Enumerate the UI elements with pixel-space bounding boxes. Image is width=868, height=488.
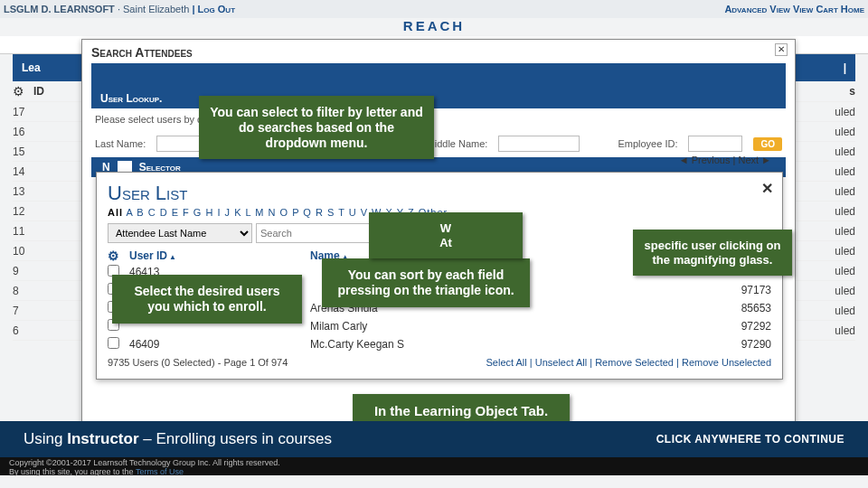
gear-icon[interactable]: ⚙: [13, 84, 24, 99]
go-button[interactable]: GO: [753, 137, 782, 151]
search-field-select[interactable]: Attendee Last Name: [108, 223, 252, 243]
foot-count: 9735 Users (0 Selected) - Page 1 Of 974: [108, 357, 288, 368]
click-continue[interactable]: CLICK ANYWHERE TO CONTINUE: [656, 433, 844, 446]
logout-link[interactable]: | Log Out: [192, 4, 235, 14]
brand-name: LSGLM D. LEARNSOFT: [4, 4, 115, 14]
gear-icon[interactable]: ⚙: [108, 249, 129, 263]
employee-id-label: Employee ID:: [618, 138, 677, 149]
copyright-footer: Copyright ©2001-2017 Learnsoft Technolog…: [0, 457, 868, 475]
row-checkbox[interactable]: [108, 337, 119, 349]
view-cart-link[interactable]: View Cart: [793, 4, 838, 14]
sort-triangle-icon[interactable]: ▲: [169, 253, 176, 261]
id-column-header: ID: [33, 85, 44, 98]
callout-fragment: WAt: [369, 212, 523, 258]
callout-filter-dropdown: You can select to filter by letter and d…: [199, 96, 434, 159]
employee-id-input[interactable]: [688, 136, 742, 152]
last-name-label: Last Name:: [95, 138, 146, 149]
advanced-view-link[interactable]: Advanced View: [724, 4, 789, 14]
middle-name-input[interactable]: [498, 136, 580, 152]
close-icon[interactable]: ✕: [761, 180, 773, 197]
sort-user-id[interactable]: User ID: [129, 249, 167, 262]
pager[interactable]: ◄ Previous | Next ►: [679, 155, 771, 165]
reach-logo: REACH: [0, 18, 868, 36]
callout-sort-triangle: You can sort by each field pressing on t…: [322, 258, 530, 307]
callout-select-users: Select the desired users you which to en…: [112, 275, 302, 324]
org-name: · Saint Elizabeth: [118, 4, 190, 14]
user-list-footer: 9735 Users (0 Selected) - Page 1 Of 974 …: [108, 357, 771, 368]
user-lookup-heading: User Lookup.: [91, 89, 786, 108]
app-topbar: LSGLM D. LEARNSOFT · Saint Elizabeth | L…: [0, 0, 868, 18]
middle-name-label: Middle Name:: [427, 138, 488, 149]
modal-title: Search Attendees: [91, 45, 786, 60]
terms-link[interactable]: Terms of Use: [136, 467, 184, 476]
slide-title: Using Instructor – Enrolling users in co…: [24, 430, 332, 448]
user-list-title: User List: [108, 182, 771, 205]
table-row[interactable]: 46409Mc.Carty Keegan S97290: [108, 335, 771, 353]
home-link[interactable]: Home: [841, 4, 864, 14]
callout-search-magnifier: specific user clicking on the magnifying…: [633, 230, 792, 276]
foot-actions[interactable]: Select All | Unselect All | Remove Selec…: [486, 357, 772, 368]
lookup-filters: Please select users by cli: [91, 108, 786, 130]
slide-footer[interactable]: Using Instructor – Enrolling users in co…: [0, 421, 868, 457]
close-icon[interactable]: ✕: [775, 43, 788, 56]
